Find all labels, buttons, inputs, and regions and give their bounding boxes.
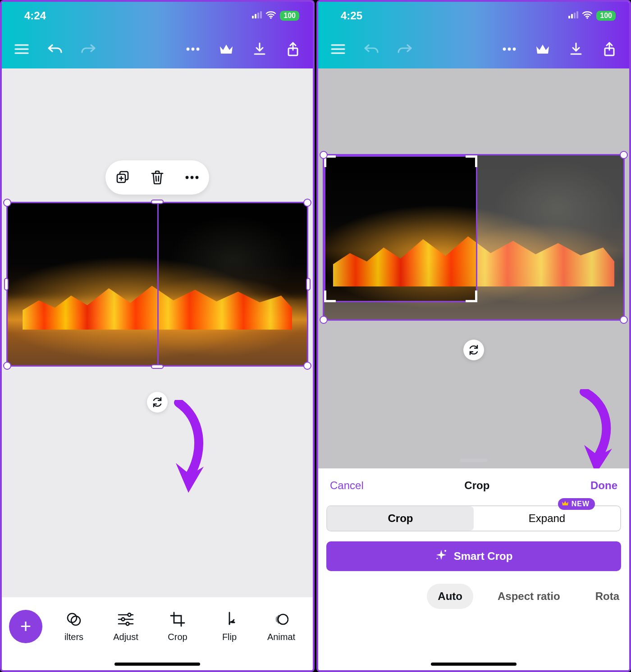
- sheet-title: Crop: [464, 479, 489, 492]
- cancel-button[interactable]: Cancel: [330, 479, 364, 492]
- tool-filters[interactable]: ilters: [50, 611, 98, 642]
- sheet-drag-handle[interactable]: [460, 459, 487, 462]
- tool-label: ilters: [64, 632, 83, 642]
- bottom-toolbar: + ilters Adjust: [2, 597, 313, 656]
- annotation-arrow-icon: [162, 400, 216, 495]
- wifi-icon: [582, 11, 593, 21]
- resize-edge-top[interactable]: [151, 200, 164, 204]
- segment-crop[interactable]: Crop: [327, 506, 474, 531]
- frame-handle-bl[interactable]: [320, 316, 328, 324]
- svg-point-26: [128, 613, 131, 616]
- share-button[interactable]: [284, 40, 302, 58]
- frame-handle-tl[interactable]: [320, 151, 328, 159]
- crop-image[interactable]: [323, 154, 625, 321]
- svg-rect-2: [257, 13, 259, 18]
- svg-rect-35: [576, 11, 578, 18]
- home-indicator: [114, 663, 200, 666]
- animate-icon: [273, 611, 289, 627]
- context-more-button[interactable]: [183, 168, 201, 186]
- menu-button[interactable]: [13, 40, 31, 58]
- resize-edge-bottom[interactable]: [151, 364, 164, 369]
- tool-adjust[interactable]: Adjust: [101, 611, 150, 642]
- tool-label: Animat: [267, 632, 295, 642]
- undo-button[interactable]: [362, 40, 380, 58]
- redo-button[interactable]: [79, 40, 97, 58]
- crop-icon: [169, 611, 186, 627]
- canvas-area[interactable]: [2, 68, 313, 597]
- signal-icon: [252, 11, 262, 20]
- tool-crop[interactable]: Crop: [153, 611, 202, 642]
- resize-handle-tr[interactable]: [303, 199, 311, 207]
- duplicate-button[interactable]: [114, 168, 132, 186]
- annotation-arrow-icon: [569, 389, 623, 468]
- mode-rotate[interactable]: Rota: [585, 584, 629, 609]
- filters-icon: [66, 611, 82, 627]
- resize-handle-tl[interactable]: [3, 199, 11, 207]
- svg-point-47: [444, 550, 446, 552]
- canvas-area-crop[interactable]: [318, 68, 629, 468]
- frame-handle-br[interactable]: [620, 316, 628, 324]
- tool-flip[interactable]: Flip: [205, 611, 254, 642]
- frame-handle-tr[interactable]: [620, 151, 628, 159]
- crop-handle-bl[interactable]: [324, 291, 336, 302]
- sync-button[interactable]: [147, 392, 168, 413]
- resize-handle-bl[interactable]: [3, 362, 11, 370]
- screen-left: 4:24 100: [0, 0, 315, 672]
- status-icons: 100: [568, 11, 616, 21]
- svg-point-30: [126, 622, 129, 625]
- more-button[interactable]: [500, 40, 518, 58]
- premium-crown-button[interactable]: [217, 40, 235, 58]
- selected-image[interactable]: [6, 202, 308, 367]
- svg-point-21: [190, 176, 193, 179]
- adjust-icon: [118, 611, 134, 627]
- svg-point-31: [278, 614, 288, 624]
- smart-crop-button[interactable]: Smart Crop: [326, 541, 621, 571]
- svg-point-40: [503, 48, 506, 51]
- add-fab[interactable]: +: [9, 610, 42, 643]
- crop-region[interactable]: [324, 155, 477, 302]
- svg-point-20: [185, 176, 188, 179]
- sparkle-icon: [435, 549, 448, 564]
- battery-pill: 100: [596, 11, 616, 21]
- svg-line-19: [158, 176, 159, 181]
- svg-point-42: [513, 48, 516, 51]
- crop-dim-right: [477, 155, 623, 319]
- tool-label: Crop: [168, 632, 187, 642]
- status-time: 4:25: [341, 9, 362, 22]
- svg-rect-1: [255, 14, 256, 18]
- status-bar: 4:25 100: [318, 2, 629, 30]
- svg-point-8: [187, 48, 190, 51]
- crown-icon: [562, 500, 569, 508]
- more-button[interactable]: [184, 40, 202, 58]
- mode-aspect-ratio[interactable]: Aspect ratio: [487, 584, 571, 609]
- svg-point-10: [197, 48, 200, 51]
- segment-expand[interactable]: Expand: [474, 506, 620, 531]
- svg-point-41: [508, 48, 511, 51]
- crop-handle-tr[interactable]: [466, 155, 477, 167]
- redo-button[interactable]: [396, 40, 414, 58]
- done-button[interactable]: Done: [590, 479, 617, 492]
- tool-animate[interactable]: Animat: [257, 611, 306, 642]
- mode-auto[interactable]: Auto: [427, 584, 473, 609]
- download-button[interactable]: [251, 40, 269, 58]
- svg-line-18: [156, 176, 156, 181]
- svg-point-4: [270, 17, 272, 19]
- download-button[interactable]: [567, 40, 585, 58]
- svg-rect-33: [571, 14, 573, 18]
- sync-button[interactable]: [463, 340, 484, 360]
- menu-button[interactable]: [329, 40, 347, 58]
- new-badge: NEW: [558, 498, 595, 510]
- home-indicator: [431, 663, 517, 666]
- resize-edge-right[interactable]: [306, 278, 311, 291]
- crop-handle-br[interactable]: [466, 291, 477, 302]
- crop-sheet: Cancel Crop Done NEW Crop Expand: [318, 468, 629, 656]
- top-toolbar: [2, 30, 313, 68]
- status-icons: 100: [252, 11, 299, 21]
- resize-edge-left[interactable]: [4, 278, 9, 291]
- resize-handle-br[interactable]: [303, 362, 311, 370]
- delete-button[interactable]: [148, 168, 166, 186]
- premium-crown-button[interactable]: [534, 40, 552, 58]
- crop-dim-bottom: [324, 302, 477, 319]
- undo-button[interactable]: [46, 40, 64, 58]
- share-button[interactable]: [600, 40, 618, 58]
